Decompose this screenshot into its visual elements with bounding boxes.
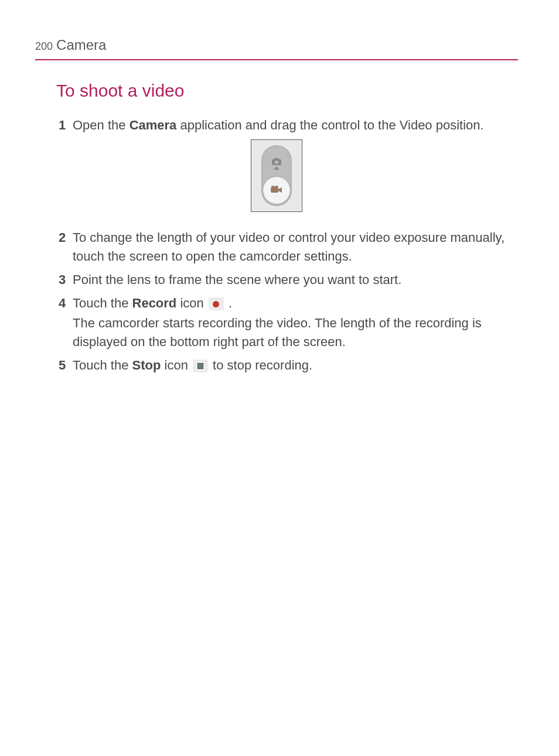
step-number: 2	[59, 228, 70, 266]
page-header: 200 Camera	[35, 35, 518, 60]
camcorder-icon	[270, 181, 283, 200]
camera-video-toggle-figure	[35, 139, 518, 212]
step-text: To change the length of your video or co…	[73, 230, 505, 264]
record-icon	[209, 297, 224, 310]
svg-rect-1	[274, 158, 279, 160]
mode-toggle	[261, 145, 292, 206]
step-body: Touch the Record icon . The camcorder st…	[73, 294, 518, 351]
svg-point-2	[275, 160, 278, 164]
step-number: 4	[59, 294, 70, 351]
step-continuation: The camcorder starts recording the video…	[73, 314, 518, 351]
step-number: 1	[59, 116, 70, 135]
step-body: Point the lens to frame the scene where …	[73, 271, 518, 289]
step-2: 2 To change the length of your video or …	[59, 228, 518, 266]
step-text: Touch the Record icon .	[73, 296, 232, 310]
svg-point-5	[275, 186, 278, 189]
step-body: Open the Camera application and drag the…	[73, 116, 518, 135]
step-number: 5	[59, 356, 70, 375]
section-title: To shoot a video	[56, 78, 518, 104]
page-number: 200	[35, 39, 53, 54]
step-body: Touch the Stop icon to stop recording.	[73, 356, 518, 375]
step-3: 3 Point the lens to frame the scene wher…	[59, 271, 518, 289]
step-body: To change the length of your video or co…	[73, 228, 518, 266]
svg-point-4	[271, 186, 275, 189]
control-frame	[251, 139, 302, 212]
step-5: 5 Touch the Stop icon to stop recording.	[59, 356, 518, 375]
arrow-up-icon	[274, 166, 280, 170]
stop-icon	[193, 360, 208, 372]
step-1: 1 Open the Camera application and drag t…	[59, 116, 518, 135]
step-text: Touch the Stop icon to stop recording.	[73, 358, 312, 372]
header-title: Camera	[56, 35, 106, 56]
step-4: 4 Touch the Record icon . The camcorder …	[59, 294, 518, 351]
step-number: 3	[59, 271, 70, 289]
step-text: Point the lens to frame the scene where …	[73, 272, 401, 287]
step-text: Open the Camera application and drag the…	[73, 118, 484, 132]
manual-page: 200 Camera To shoot a video 1 Open the C…	[0, 0, 559, 374]
mode-knob	[263, 177, 290, 204]
